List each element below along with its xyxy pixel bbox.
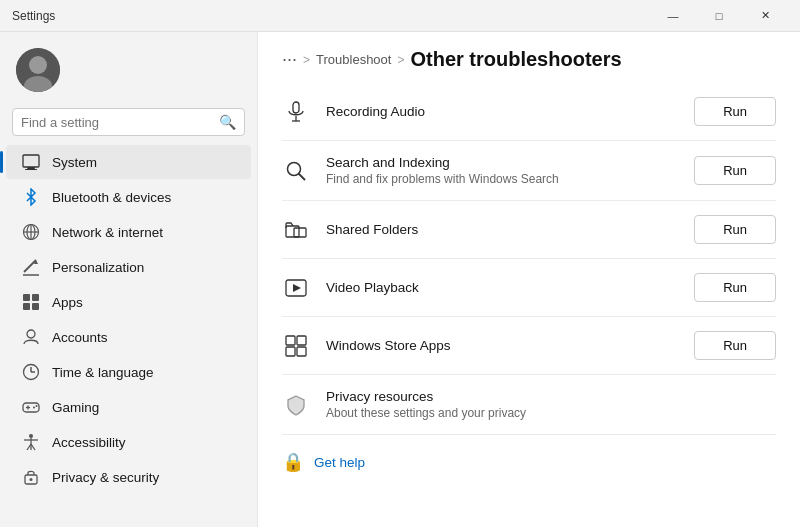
sidebar: 🔍 SystemBluetooth & devicesNetwork & int… [0, 32, 258, 527]
svg-rect-13 [23, 294, 30, 301]
svg-rect-43 [297, 336, 306, 345]
troubleshooter-info-search-indexing: Search and IndexingFind and fix problems… [326, 155, 678, 186]
accounts-icon [22, 328, 40, 346]
troubleshooter-item-windows-store-apps: Windows Store AppsRun [282, 317, 776, 375]
nav-items: SystemBluetooth & devicesNetwork & inter… [0, 144, 257, 495]
title-bar-controls: — □ ✕ [650, 0, 788, 32]
sidebar-item-system[interactable]: System [6, 145, 251, 179]
windows-store-apps-icon [282, 332, 310, 360]
svg-rect-15 [23, 303, 30, 310]
sidebar-item-accessibility[interactable]: Accessibility [6, 425, 251, 459]
sidebar-item-label-accounts: Accounts [52, 330, 108, 345]
troubleshooter-name-windows-store-apps: Windows Store Apps [326, 338, 678, 353]
time-icon [22, 363, 40, 381]
troubleshooter-name-video-playback: Video Playback [326, 280, 678, 295]
sidebar-item-accounts[interactable]: Accounts [6, 320, 251, 354]
svg-rect-42 [286, 336, 295, 345]
sidebar-item-label-privacy: Privacy & security [52, 470, 159, 485]
svg-rect-14 [32, 294, 39, 301]
get-help-icon: 🔒 [282, 451, 304, 473]
minimize-button[interactable]: — [650, 0, 696, 32]
system-icon [22, 153, 40, 171]
svg-point-32 [30, 478, 33, 481]
search-icon[interactable]: 🔍 [219, 114, 236, 130]
troubleshooter-name-shared-folders: Shared Folders [326, 222, 678, 237]
sidebar-item-label-time: Time & language [52, 365, 154, 380]
svg-rect-3 [23, 155, 39, 167]
sidebar-item-network[interactable]: Network & internet [6, 215, 251, 249]
sidebar-item-apps[interactable]: Apps [6, 285, 251, 319]
svg-rect-33 [293, 102, 299, 113]
breadcrumb-sep-1: > [303, 53, 310, 67]
sidebar-item-personalization[interactable]: Personalization [6, 250, 251, 284]
avatar-section [0, 40, 257, 104]
sidebar-item-label-accessibility: Accessibility [52, 435, 126, 450]
get-help-link[interactable]: Get help [314, 455, 365, 470]
title-bar-text: Settings [12, 9, 642, 23]
get-help-section: 🔒 Get help [258, 435, 800, 489]
troubleshooter-desc-search-indexing: Find and fix problems with Windows Searc… [326, 172, 678, 186]
sidebar-item-label-personalization: Personalization [52, 260, 144, 275]
run-button-shared-folders[interactable]: Run [694, 215, 776, 244]
troubleshooter-item-search-indexing: Search and IndexingFind and fix problems… [282, 141, 776, 201]
troubleshooter-list: Recording AudioRunSearch and IndexingFin… [258, 83, 800, 435]
svg-marker-41 [293, 284, 301, 292]
troubleshooter-desc-privacy-resources: About these settings and your privacy [326, 406, 776, 420]
search-indexing-icon [282, 157, 310, 185]
run-button-windows-store-apps[interactable]: Run [694, 331, 776, 360]
svg-line-10 [24, 260, 36, 272]
accessibility-icon [22, 433, 40, 451]
breadcrumb-sep-2: > [397, 53, 404, 67]
sidebar-item-gaming[interactable]: Gaming [6, 390, 251, 424]
run-button-recording-audio[interactable]: Run [694, 97, 776, 126]
svg-rect-39 [294, 228, 306, 237]
avatar[interactable] [16, 48, 60, 92]
personalization-icon [22, 258, 40, 276]
svg-point-25 [36, 405, 38, 407]
search-input[interactable] [21, 115, 213, 130]
breadcrumb-current: Other troubleshooters [410, 48, 621, 71]
svg-rect-21 [23, 403, 39, 412]
recording-audio-icon [282, 98, 310, 126]
sidebar-item-label-apps: Apps [52, 295, 83, 310]
search-box[interactable]: 🔍 [12, 108, 245, 136]
troubleshooter-info-privacy-resources: Privacy resourcesAbout these settings an… [326, 389, 776, 420]
troubleshooter-item-privacy-resources: Privacy resourcesAbout these settings an… [282, 375, 776, 435]
network-icon [22, 223, 40, 241]
breadcrumb: ··· > Troubleshoot > Other troubleshoote… [258, 32, 800, 83]
shared-folders-icon [282, 216, 310, 244]
close-button[interactable]: ✕ [742, 0, 788, 32]
svg-rect-5 [25, 169, 37, 170]
main-layout: 🔍 SystemBluetooth & devicesNetwork & int… [0, 32, 800, 527]
troubleshooter-info-recording-audio: Recording Audio [326, 104, 678, 119]
troubleshooter-info-video-playback: Video Playback [326, 280, 678, 295]
gaming-icon [22, 398, 40, 416]
run-button-search-indexing[interactable]: Run [694, 156, 776, 185]
title-bar: Settings — □ ✕ [0, 0, 800, 32]
breadcrumb-troubleshoot-link[interactable]: Troubleshoot [316, 52, 391, 67]
privacy-icon [22, 468, 40, 486]
sidebar-item-label-gaming: Gaming [52, 400, 99, 415]
maximize-button[interactable]: □ [696, 0, 742, 32]
troubleshooter-info-shared-folders: Shared Folders [326, 222, 678, 237]
content-area: ··· > Troubleshoot > Other troubleshoote… [258, 32, 800, 527]
sidebar-item-label-system: System [52, 155, 97, 170]
svg-point-1 [29, 56, 47, 74]
svg-point-26 [29, 434, 33, 438]
svg-point-24 [33, 407, 35, 409]
svg-rect-4 [27, 167, 35, 169]
troubleshooter-info-windows-store-apps: Windows Store Apps [326, 338, 678, 353]
sidebar-item-bluetooth[interactable]: Bluetooth & devices [6, 180, 251, 214]
troubleshooter-name-search-indexing: Search and Indexing [326, 155, 678, 170]
svg-rect-16 [32, 303, 39, 310]
sidebar-item-label-bluetooth: Bluetooth & devices [52, 190, 171, 205]
troubleshooter-item-recording-audio: Recording AudioRun [282, 83, 776, 141]
troubleshooter-item-video-playback: Video PlaybackRun [282, 259, 776, 317]
svg-rect-45 [297, 347, 306, 356]
run-button-video-playback[interactable]: Run [694, 273, 776, 302]
sidebar-item-time[interactable]: Time & language [6, 355, 251, 389]
svg-rect-44 [286, 347, 295, 356]
breadcrumb-dots[interactable]: ··· [282, 49, 297, 70]
privacy-resources-icon [282, 391, 310, 419]
sidebar-item-privacy[interactable]: Privacy & security [6, 460, 251, 494]
